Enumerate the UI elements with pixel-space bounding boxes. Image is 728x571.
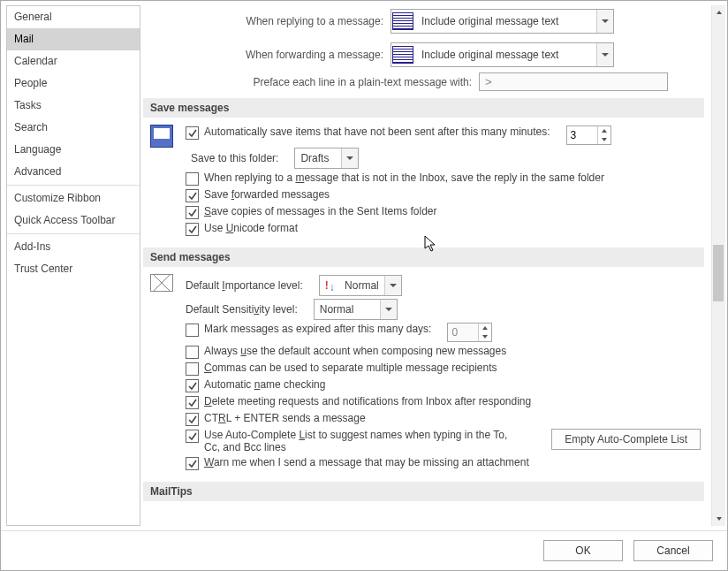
sidebar-item-label: Calendar [14, 55, 57, 67]
sidebar-item-mail[interactable]: Mail [7, 28, 140, 50]
options-dialog: General Mail Calendar People Tasks Searc… [0, 0, 728, 571]
checkbox-save-sentitems[interactable] [186, 206, 199, 219]
commas-separate-label: Commas can be used to separate multiple … [204, 362, 497, 374]
importance-label: Default Importance level: [186, 279, 303, 292]
save-reply-same-folder-label: When replying to a message that is not i… [204, 171, 604, 184]
use-autocomplete-label: Use Auto-Complete List to suggest names … [204, 429, 522, 453]
sidebar-item-label: Add-Ins [14, 240, 50, 253]
checkbox-auto-name-check[interactable] [186, 379, 199, 392]
chevron-down-icon[interactable] [384, 276, 401, 295]
chevron-down-icon[interactable] [596, 10, 613, 33]
sidebar-item-language[interactable]: Language [7, 139, 140, 161]
sidebar-item-search[interactable]: Search [7, 117, 140, 139]
section-send: Default Importance level: !↓ Normal Defa… [143, 267, 704, 475]
sidebar-item-label: Quick Access Toolbar [14, 214, 116, 226]
sidebar-item-label: Language [14, 143, 61, 156]
save-folder-select[interactable]: Drafts [294, 148, 359, 169]
sidebar-item-label: Trust Center [14, 263, 72, 275]
checkbox-default-account[interactable] [186, 346, 199, 359]
save-sentitems-label: Save copies of messages in the Sent Item… [204, 205, 436, 217]
checkbox-ctrl-enter[interactable] [186, 413, 199, 426]
checkbox-warn-missing-attachment[interactable] [186, 457, 199, 470]
save-icon [147, 123, 177, 239]
sidebar-item-label: General [14, 11, 52, 23]
checkbox-save-forwarded[interactable] [186, 189, 199, 202]
sidebar-item-label: Search [14, 121, 48, 133]
chevron-down-icon[interactable] [380, 300, 397, 319]
sidebar-item-qat[interactable]: Quick Access Toolbar [7, 209, 140, 232]
section-header-send: Send messages [143, 247, 704, 267]
checkbox-save-reply-same-folder[interactable] [186, 172, 199, 186]
sidebar-item-label: Customize Ribbon [14, 192, 101, 204]
cancel-button[interactable]: Cancel [633, 540, 713, 561]
use-unicode-label: Use Unicode format [204, 222, 298, 234]
save-forwarded-label: Save forwarded messages [204, 188, 330, 201]
sensitivity-select[interactable]: Normal [314, 299, 398, 320]
spin-up [479, 324, 491, 332]
checkbox-use-autocomplete[interactable] [186, 430, 199, 443]
warn-missing-attachment-label: Warn me when I send a message that may b… [204, 456, 529, 468]
forward-action-value: Include original message text [414, 43, 596, 66]
sidebar-item-tasks[interactable]: Tasks [7, 95, 140, 117]
category-sidebar: General Mail Calendar People Tasks Searc… [6, 5, 140, 526]
expire-label: Mark messages as expired after this many… [204, 323, 431, 335]
reply-action-select[interactable]: Include original message text [391, 9, 614, 34]
scroll-up-button[interactable] [712, 5, 725, 19]
dialog-buttons: OK Cancel [1, 531, 727, 570]
reply-action-label: When replying to a message: [143, 15, 391, 27]
default-account-label: Always use the default account when comp… [204, 345, 506, 357]
send-icon [147, 272, 177, 473]
checkbox-expire[interactable] [186, 324, 199, 337]
section-header-mailtips: MailTips [143, 482, 704, 501]
panes: General Mail Calendar People Tasks Searc… [1, 1, 727, 531]
autosave-minutes-input[interactable] [567, 126, 597, 144]
ok-button[interactable]: OK [543, 540, 623, 561]
sidebar-item-customize-ribbon[interactable]: Customize Ribbon [7, 187, 140, 209]
sidebar-item-label: Tasks [14, 99, 42, 111]
message-icon [391, 43, 414, 66]
mail-options-content: When replying to a message: Include orig… [141, 5, 711, 526]
chevron-down-icon[interactable] [596, 43, 613, 66]
vertical-scrollbar[interactable] [711, 5, 725, 526]
spin-down[interactable] [598, 135, 610, 144]
preface-label: Preface each line in a plain-text messag… [143, 76, 479, 88]
sensitivity-value: Normal [315, 303, 380, 316]
spin-up[interactable] [598, 126, 610, 135]
save-folder-label: Save to this folder: [191, 152, 278, 164]
sidebar-item-addins[interactable]: Add-Ins [7, 236, 140, 258]
sidebar-item-people[interactable]: People [7, 72, 140, 95]
checkbox-commas-separate[interactable] [186, 362, 199, 376]
autosave-label: Automatically save items that have not b… [204, 126, 550, 138]
sidebar-item-calendar[interactable]: Calendar [7, 50, 140, 72]
forward-action-select[interactable]: Include original message text [391, 42, 614, 67]
delete-meeting-reqs-label: Delete meeting requests and notification… [204, 395, 531, 407]
importance-icon: !↓ [325, 279, 335, 292]
scrollbar-thumb[interactable] [713, 245, 724, 301]
reply-action-value: Include original message text [414, 10, 596, 33]
content-scroll-outer: When replying to a message: Include orig… [141, 5, 727, 526]
sidebar-item-label: People [14, 77, 47, 89]
section-save: Automatically save items that have not b… [143, 118, 704, 240]
importance-select[interactable]: !↓ Normal [319, 275, 402, 296]
empty-autocomplete-button[interactable]: Empty Auto-Complete List [551, 429, 701, 450]
message-icon [391, 10, 414, 33]
sidebar-item-general[interactable]: General [7, 6, 140, 28]
checkbox-autosave[interactable] [186, 126, 199, 140]
ctrl-enter-label: CTRL + ENTER sends a message [204, 412, 366, 424]
sidebar-separator [7, 185, 140, 186]
section-header-save: Save messages [143, 98, 704, 118]
expire-days-stepper [447, 323, 492, 342]
checkbox-delete-meeting-reqs[interactable] [186, 396, 199, 409]
forward-action-label: When forwarding a message: [143, 49, 391, 61]
sidebar-item-trust-center[interactable]: Trust Center [7, 258, 140, 280]
sensitivity-label: Default Sensitivity level: [186, 303, 298, 316]
expire-days-input [448, 324, 478, 341]
sidebar-separator [7, 233, 140, 234]
preface-input [479, 72, 668, 91]
autosave-minutes-stepper[interactable] [566, 126, 611, 145]
auto-name-check-label: Automatic name checking [204, 378, 325, 391]
sidebar-item-advanced[interactable]: Advanced [7, 161, 140, 183]
checkbox-use-unicode[interactable] [186, 223, 199, 236]
chevron-down-icon[interactable] [341, 148, 358, 168]
scroll-down-button[interactable] [712, 512, 725, 526]
